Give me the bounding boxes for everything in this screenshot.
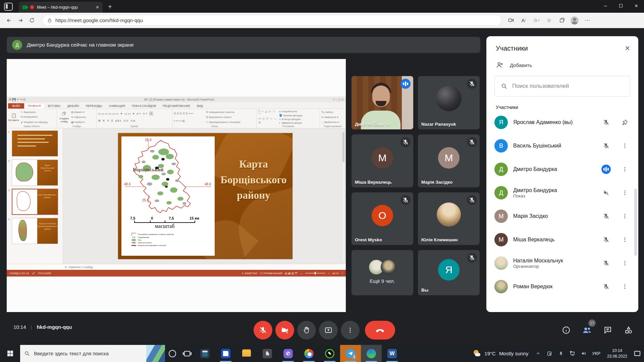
end-call-button[interactable] [365, 321, 395, 340]
fit-slide-button[interactable]: ⛶ [341, 272, 343, 275]
font-name-box[interactable]: ▭▭▭▭▭▭ ▾ ▭▭ ▾ A˄ A˅ 🄰 [98, 112, 171, 116]
chat-toggle-icon[interactable] [602, 324, 614, 336]
arrange-button[interactable]: ⧈ Упорядочить [279, 110, 303, 113]
participant-row[interactable]: ДДмитро БандуркаПоказ [486, 181, 638, 204]
browser-tab[interactable]: Meet – hkd-mgqn-qqu ✕ [19, 2, 103, 13]
ppt-tab-4[interactable]: ПЕРЕХОДЫ [83, 103, 105, 109]
taskbar-app-edge[interactable] [361, 345, 382, 362]
window-minimize-button[interactable]: ─ [598, 0, 613, 11]
ppt-tab-3[interactable]: ДИЗАЙН [64, 103, 83, 109]
collections-icon[interactable] [555, 15, 568, 26]
taskbar-search-input[interactable]: Введите здесь текст для поиска [20, 345, 165, 362]
participant-row[interactable]: Наталія МоскальчукОрганизатор [486, 251, 638, 275]
more-menu-icon[interactable] [622, 143, 628, 149]
participant-row[interactable]: ВВасиль Бушінський [486, 134, 638, 158]
more-menu-icon[interactable] [622, 213, 628, 219]
new-tab-button[interactable]: + [108, 3, 112, 10]
participant-row[interactable]: ММіша Веркалець [486, 228, 638, 251]
zoom-in-button[interactable]: + [328, 272, 330, 275]
ppt-window-controls[interactable]: ? ─ ▢ ✕ [333, 98, 344, 101]
taskbar-app-chess[interactable]: ♞ [257, 345, 278, 362]
video-tile[interactable]: Ещё 9 чел. [352, 250, 413, 295]
add-people-button[interactable]: Добавить [486, 55, 638, 71]
activities-icon[interactable] [623, 324, 635, 336]
slide-thumbnail-3-selected[interactable]: 3 Карта Борщівського району [8, 189, 61, 215]
more-options-button[interactable] [341, 321, 360, 340]
mic-toggle-button[interactable] [254, 321, 272, 340]
favorite-add-icon[interactable]: ☆+ [530, 15, 543, 26]
more-menu-icon[interactable] [622, 260, 628, 266]
participants-toggle-icon[interactable]: 17 [581, 324, 593, 336]
camera-toggle-button[interactable] [275, 321, 294, 340]
refresh-button[interactable] [26, 15, 38, 26]
read-aloud-icon[interactable]: A⁾ [517, 15, 530, 26]
taskbar-app-save[interactable] [215, 345, 236, 362]
zoom-out-button[interactable]: — [300, 272, 303, 275]
shapes-gallery[interactable]: □ ○ △ ▷ ☆ ⌒⇨ ◇ ▽ ☆ ⌣ ⊙ [258, 110, 278, 125]
window-close-button[interactable]: ✕ [629, 0, 644, 11]
cortana-button[interactable] [165, 345, 180, 362]
ppt-tab-8[interactable]: ВИД [194, 103, 206, 109]
cut-button[interactable]: ✂ Вырезать [21, 111, 48, 114]
ppt-tab-1[interactable]: ГЛАВНАЯ [24, 103, 45, 109]
panel-scrollbar[interactable] [634, 189, 637, 256]
weather-widget[interactable]: 19°C Mostly sunny [468, 350, 533, 358]
start-button[interactable] [0, 345, 20, 362]
ppt-tab-7[interactable]: РЕЦЕНЗИРОВАНИЕ [159, 103, 194, 109]
participant-row[interactable]: Роман Вередюк [486, 275, 638, 298]
zoom-slider[interactable] [305, 273, 325, 274]
language-indicator[interactable]: УКР [589, 351, 604, 356]
text-direction-button[interactable]: ⇅ Направление текста [206, 111, 240, 114]
shape-fill-button[interactable]: 🪣 Заливка фигуры [279, 114, 303, 117]
replace-button[interactable]: ⇄ Заменить ▾ [321, 116, 339, 119]
slide-thumbnail-2[interactable]: 2 Карта Тернопільської області [8, 160, 61, 186]
address-bar[interactable]: https://meet.google.com/hkd-mgqn-qqu [42, 15, 502, 26]
shape-effects-button[interactable]: ◐ Эффекты фигур [279, 121, 303, 124]
more-menu-icon[interactable] [622, 284, 628, 290]
taskbar-app-calculator[interactable] [195, 345, 215, 362]
more-menu-icon[interactable] [622, 166, 628, 172]
browser-menu-icon[interactable]: ⋯ [581, 15, 594, 26]
more-menu-icon[interactable] [622, 190, 628, 196]
taskbar-app-viber[interactable]: ✆ [278, 345, 299, 362]
taskbar-app-explorer[interactable] [236, 345, 257, 362]
find-button[interactable]: 🔍 Найти [321, 111, 339, 114]
profile-avatar[interactable] [568, 15, 581, 26]
tray-expand-icon[interactable] [533, 351, 543, 356]
format-painter-button[interactable]: 🖌 Формат по образцу [21, 121, 48, 124]
ppt-tab-0[interactable]: ФАЙЛ [8, 103, 24, 109]
select-button[interactable]: ⬚ Выделить ▾ [321, 121, 339, 124]
participant-row[interactable]: ЯЯрослав Адаменко (вы) [486, 111, 638, 134]
participant-row[interactable]: ДДмитро Бандурка [486, 158, 638, 181]
ppt-tab-6[interactable]: ПОКАЗ СЛАЙДОВ [128, 103, 159, 109]
taskbar-app-corel[interactable]: ✎ [319, 345, 340, 362]
tray-network-icon[interactable] [567, 351, 577, 356]
camera-icon[interactable] [504, 15, 517, 26]
video-tile[interactable]: MМіша Веркалець [352, 134, 413, 187]
meeting-details-icon[interactable] [560, 324, 572, 336]
section-button[interactable]: ▦ Раздел ▾ [71, 121, 86, 124]
tray-tablet-icon[interactable] [544, 351, 554, 356]
slide-thumbnail-4[interactable]: 4 Карта геологічної будови Борщівського … [8, 218, 61, 244]
panel-close-icon[interactable]: ✕ [625, 44, 630, 52]
participant-row[interactable]: ММарія Засідко [486, 204, 638, 228]
spellcheck-icon[interactable]: 🖉 [32, 272, 35, 275]
taskbar-app-word[interactable]: W [382, 345, 402, 362]
ppt-tab-5[interactable]: АНИМАЦИЯ [105, 103, 128, 109]
task-view-button[interactable] [180, 345, 195, 362]
taskbar-clock[interactable]: 10:14 23.06.2022 [604, 348, 631, 359]
forward-button[interactable] [15, 15, 26, 26]
tab-close-icon[interactable]: ✕ [96, 5, 99, 10]
bullets-buttons[interactable]: ☰ ☰ ☱ ☲ ≣ ⇥ ⇤ [174, 112, 205, 115]
favorites-icon[interactable]: ☆ [543, 15, 555, 26]
tray-volume-icon[interactable] [579, 351, 589, 356]
raise-hand-button[interactable] [297, 321, 316, 340]
window-maximize-button[interactable] [613, 0, 629, 11]
tray-mic-icon[interactable] [556, 351, 566, 356]
taskbar-app-chrome[interactable] [299, 345, 319, 362]
shape-outline-button[interactable]: ▱ Контур фигуры [279, 118, 303, 121]
more-menu-icon[interactable] [622, 237, 628, 243]
language-status[interactable]: РУССКИЙ [38, 272, 51, 275]
video-tile[interactable]: Nazar Panasyuk [418, 76, 480, 129]
slide-thumbnail-1[interactable]: 1 [8, 130, 61, 157]
